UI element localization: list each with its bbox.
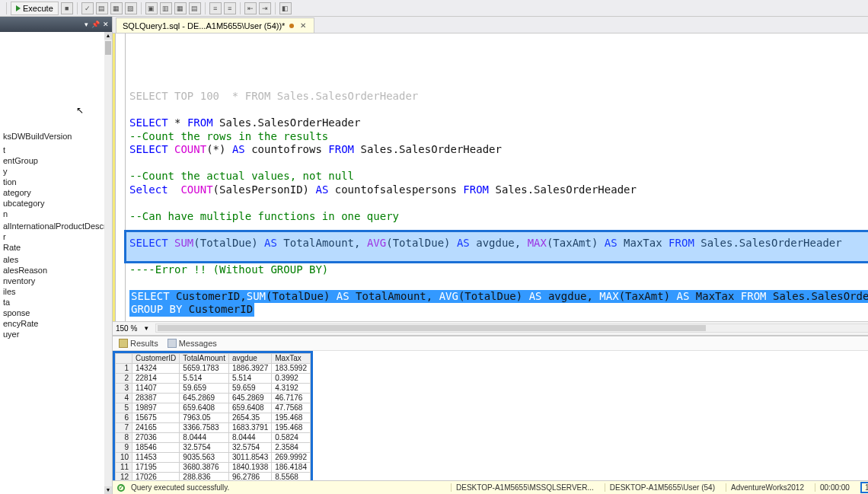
tree-item[interactable]: ta — [0, 297, 112, 308]
column-header[interactable]: MaxTax — [272, 353, 311, 363]
table-row[interactable]: 519897659.6408659.640847.7568 — [116, 403, 311, 413]
close-panel-icon[interactable]: ✕ — [103, 21, 109, 28]
execute-button[interactable]: Execute — [11, 2, 59, 15]
tree-item[interactable]: ategory — [0, 187, 112, 198]
stop-button[interactable]: ■ — [61, 2, 73, 14]
tab-title: SQLQuery1.sql - DE...A1M5655\User (54))* — [123, 21, 285, 30]
column-header[interactable]: CustomerID — [132, 353, 180, 363]
tree-scrollbar[interactable]: ▲ ▼ — [104, 32, 112, 494]
unsaved-dot-icon — [289, 24, 294, 28]
query-options-button[interactable]: ▦ — [110, 2, 123, 14]
play-icon — [16, 5, 21, 11]
object-explorer: ▾ 📌 ✕ ksDWBuildVersion tentGroupytionate… — [0, 17, 113, 494]
messages-tab[interactable]: Messages — [168, 339, 217, 348]
status-rowcount: 19,119 rows — [860, 482, 868, 493]
include-stats-button[interactable]: ▥ — [160, 2, 172, 14]
status-server: DESKTOP-A1M5655\MSSQLSERVER... — [451, 483, 598, 492]
zoom-level[interactable]: 150 % — [116, 324, 137, 333]
tree-item[interactable]: Rate — [0, 242, 112, 253]
column-header[interactable]: avgdue — [228, 353, 271, 363]
table-row[interactable]: 2228145.5145.5140.3992 — [116, 373, 311, 383]
status-message: Query executed successfully. — [131, 483, 229, 492]
results-grid-button[interactable]: ▦ — [174, 2, 187, 14]
tree-item[interactable]: ales — [0, 254, 112, 265]
tree-item[interactable]: encyRate — [0, 318, 112, 329]
editor-footer: 150 % ▼ — [113, 321, 868, 335]
tree-item[interactable]: sponse — [0, 308, 112, 318]
tree-item[interactable]: tion — [0, 177, 112, 187]
success-icon: ✓ — [117, 484, 125, 492]
tree-item[interactable]: y — [0, 166, 112, 177]
pin-icon[interactable]: ▾ — [85, 21, 88, 28]
table-row[interactable]: 428387645.2869645.286946.7176 — [116, 393, 311, 403]
results-grid[interactable]: CustomerIDTotalAmountavgdueMaxTax1143245… — [113, 351, 313, 481]
execute-label: Execute — [23, 4, 53, 13]
table-row[interactable]: 91854632.575432.57542.3584 — [116, 442, 311, 452]
results-text-button[interactable]: ▤ — [189, 2, 201, 14]
parse-button[interactable]: ✓ — [81, 2, 94, 14]
grid-icon — [119, 339, 128, 348]
close-tab-icon[interactable]: ✕ — [298, 21, 308, 30]
editor-tab[interactable]: SQLQuery1.sql - DE...A1M5655\User (54))*… — [116, 18, 314, 33]
editor-tabstrip: SQLQuery1.sql - DE...A1M5655\User (54))*… — [113, 17, 868, 33]
tree-item[interactable]: nventory — [0, 276, 112, 286]
tree-item[interactable]: iles — [0, 286, 112, 297]
sql-editor[interactable]: SELECT TOP 100 * FROM Sales.SalesOrderHe… — [113, 33, 868, 321]
tree-item[interactable]: entGroup — [0, 155, 112, 166]
status-bar: ✓ Query executed successfully. DESKTOP-A… — [113, 480, 868, 494]
tree-item[interactable]: t — [0, 145, 112, 155]
tree-item[interactable]: uyer — [0, 329, 112, 339]
table-row[interactable]: 31140759.65959.6594.3192 — [116, 383, 311, 393]
tree-item[interactable]: alesReason — [0, 265, 112, 276]
panel-header: ▾ 📌 ✕ — [0, 17, 112, 32]
specify-values-button[interactable]: ◧ — [279, 2, 292, 14]
status-db: AdventureWorks2012 — [726, 483, 809, 492]
status-user: DESKTOP-A1M5655\User (54) — [605, 483, 720, 492]
uncomment-button[interactable]: ≡ — [224, 2, 236, 14]
main-toolbar: Execute ■ ✓ ▤ ▦ ▧ ▣ ▥ ▦ ▤ ≡ ≡ ⇤ ⇥ ◧ — [0, 0, 868, 17]
results-tabstrip: Results Messages — [113, 336, 868, 351]
auto-hide-icon[interactable]: 📌 — [91, 21, 100, 28]
table-row[interactable]: 6156757963.052654.35195.468 — [116, 413, 311, 422]
table-row[interactable]: 11171953680.38761840.1938186.4184 — [116, 462, 311, 472]
decrease-indent-button[interactable]: ⇤ — [244, 2, 257, 14]
tree-item[interactable]: ubcategory — [0, 198, 112, 209]
results-tab[interactable]: Results — [119, 339, 158, 348]
include-plan-button[interactable]: ▣ — [145, 2, 158, 14]
comment-button[interactable]: ≡ — [209, 2, 222, 14]
table-row[interactable]: 7241653366.75831683.3791195.468 — [116, 422, 311, 432]
table-row[interactable]: 1143245659.17831886.3927183.5992 — [116, 363, 311, 373]
tree-item[interactable]: alInternationalProductDescription — [0, 221, 112, 231]
table-row[interactable]: 10114539035.5633011.8543269.9992 — [116, 452, 311, 462]
status-time: 00:00:00 — [815, 483, 854, 492]
tree-item[interactable]: r — [0, 231, 112, 242]
increase-indent-button[interactable]: ⇥ — [259, 2, 271, 14]
editor-hscroll[interactable] — [155, 323, 868, 333]
estimated-plan-button[interactable]: ▤ — [96, 2, 108, 14]
table-row[interactable]: 1217026288.83696.27868.5568 — [116, 472, 311, 480]
tree-item[interactable]: n — [0, 209, 112, 219]
table-row[interactable]: 8270368.04448.04440.5824 — [116, 432, 311, 442]
messages-icon — [168, 339, 177, 348]
column-header[interactable]: TotalAmount — [180, 353, 229, 363]
intellisense-button[interactable]: ▧ — [125, 2, 137, 14]
tree-item[interactable]: ksDWBuildVersion — [0, 131, 112, 142]
